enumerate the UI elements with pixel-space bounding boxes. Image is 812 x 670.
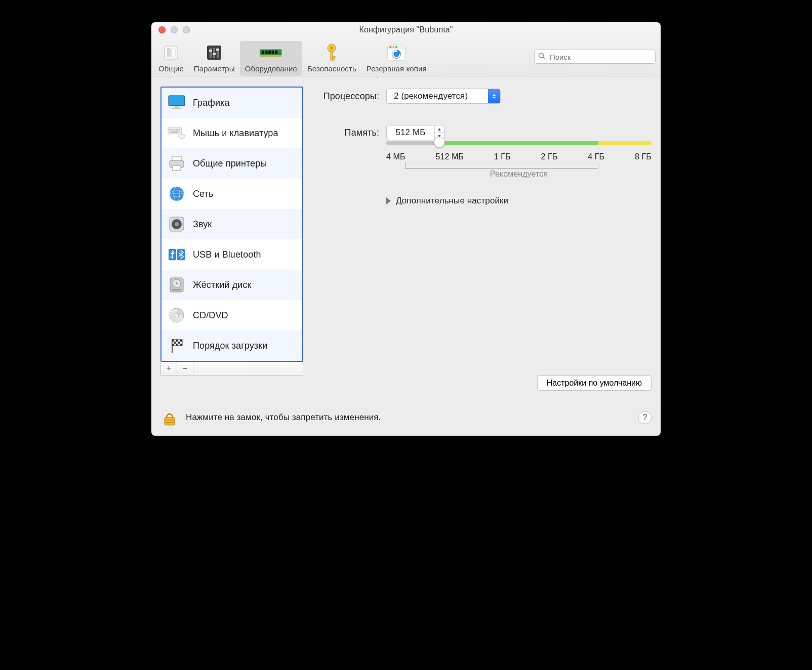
svg-rect-7: [209, 50, 212, 52]
titlebar: Конфигурация "Bubunta" Общие Параметры: [151, 22, 661, 76]
svg-rect-41: [172, 156, 181, 160]
cpu-select[interactable]: 2 (рекомендуется): [386, 89, 501, 104]
key-icon: [320, 43, 343, 62]
svg-rect-36: [174, 129, 176, 131]
sidebar-item-label: USB и Bluetooth: [193, 249, 261, 260]
svg-rect-35: [172, 129, 173, 131]
maximize-window-button[interactable]: [183, 26, 190, 33]
slider-thumb[interactable]: [434, 137, 445, 148]
svg-rect-11: [262, 51, 264, 54]
unlocked-padlock-icon[interactable]: [160, 408, 179, 427]
svg-rect-0: [165, 46, 178, 59]
sidebar-item-mouse-keyboard[interactable]: Мышь и клавиатура: [161, 118, 302, 148]
svg-rect-1: [167, 48, 171, 57]
tick-label: 512 МБ: [435, 152, 464, 161]
svg-rect-61: [176, 340, 178, 342]
sliders-icon: [202, 43, 226, 62]
usb-bluetooth-icon: [168, 245, 186, 264]
minimize-window-button[interactable]: [171, 26, 178, 33]
tab-label: Безопасность: [307, 64, 356, 73]
window-title: Конфигурация "Bubunta": [151, 22, 661, 37]
tab-label: Оборудование: [245, 64, 297, 73]
flag-icon: [168, 337, 186, 355]
svg-point-55: [176, 282, 178, 284]
svg-point-40: [179, 134, 185, 139]
add-device-button[interactable]: +: [161, 362, 177, 375]
sidebar-item-usb-bluetooth[interactable]: USB и Bluetooth: [161, 239, 302, 270]
tick-label: 4 ГБ: [588, 152, 604, 161]
memory-value: 512 МБ: [387, 128, 434, 138]
sidebar-item-cddvd[interactable]: CD/DVD: [161, 300, 302, 330]
svg-point-26: [395, 46, 397, 48]
svg-rect-13: [268, 51, 271, 54]
memory-slider[interactable]: [386, 141, 652, 145]
sidebar-item-label: Жёсткий диск: [193, 280, 252, 290]
svg-rect-62: [180, 340, 182, 342]
window-controls: [151, 26, 190, 33]
stepper-up[interactable]: ▲: [435, 125, 444, 133]
svg-line-29: [543, 57, 545, 59]
remove-device-button[interactable]: −: [177, 362, 193, 375]
mouse-keyboard-icon: [168, 124, 186, 142]
tick-label: 8 ГБ: [635, 152, 652, 161]
svg-rect-65: [172, 344, 174, 346]
svg-rect-68: [165, 417, 175, 425]
svg-rect-60: [172, 340, 174, 342]
cpu-label: Процессоры:: [315, 91, 386, 102]
search-icon: [538, 53, 545, 61]
tab-security[interactable]: Безопасность: [302, 41, 361, 76]
tab-params[interactable]: Параметры: [189, 41, 240, 76]
recommended-label: Рекомендуется: [386, 170, 652, 179]
help-button[interactable]: ?: [638, 411, 652, 424]
svg-rect-31: [175, 106, 179, 108]
toolbar: Общие Параметры Оборудование: [151, 37, 661, 76]
svg-rect-66: [176, 344, 178, 346]
svg-rect-30: [169, 96, 185, 106]
globe-icon: [168, 185, 186, 203]
tab-label: Общие: [158, 64, 184, 73]
sidebar-item-hard-disk[interactable]: Жёсткий диск: [161, 270, 302, 300]
chevron-updown-icon: [488, 89, 500, 103]
svg-rect-8: [213, 53, 216, 55]
defaults-button[interactable]: Настройки по умолчанию: [537, 375, 652, 391]
memory-label: Память:: [315, 128, 386, 138]
tab-label: Параметры: [194, 64, 235, 73]
svg-rect-15: [275, 51, 278, 54]
svg-rect-2: [172, 48, 175, 57]
svg-rect-14: [272, 51, 274, 54]
svg-rect-21: [333, 59, 335, 60]
svg-rect-19: [331, 51, 333, 60]
svg-rect-67: [180, 344, 182, 346]
svg-rect-34: [170, 129, 171, 131]
svg-rect-32: [172, 108, 182, 109]
tab-backup[interactable]: Резервная копия: [361, 41, 432, 76]
sidebar-item-network[interactable]: Сеть: [161, 179, 302, 209]
hdd-icon: [168, 276, 186, 294]
svg-rect-63: [174, 342, 176, 344]
sidebar-item-printers[interactable]: Общие принтеры: [161, 148, 302, 179]
tab-label: Резервная копия: [367, 64, 427, 73]
sidebar-item-boot-order[interactable]: Порядок загрузки: [161, 330, 302, 361]
sidebar-item-graphics[interactable]: Графика: [161, 88, 302, 118]
close-window-button[interactable]: [158, 26, 166, 33]
cpu-select-value: 2 (рекомендуется): [387, 91, 488, 101]
sidebar-item-label: Порядок загрузки: [193, 341, 267, 351]
restore-icon: [385, 43, 408, 62]
advanced-settings-disclosure[interactable]: Дополнительные настройки: [386, 196, 652, 206]
printer-icon: [168, 154, 186, 173]
sidebar-item-sound[interactable]: Звук: [161, 209, 302, 239]
svg-rect-5: [213, 48, 215, 58]
search-input[interactable]: [534, 50, 656, 64]
sidebar-item-label: Сеть: [193, 189, 213, 199]
disclosure-triangle-icon: [386, 197, 391, 204]
svg-rect-4: [210, 48, 212, 58]
display-icon: [168, 94, 186, 112]
sidebar-item-label: Мышь и клавиатура: [193, 128, 278, 139]
tab-general[interactable]: Общие: [153, 41, 189, 76]
search-field-wrap: [534, 50, 656, 64]
slider-ticks: 4 МБ 512 МБ 1 ГБ 2 ГБ 4 ГБ 8 ГБ: [386, 152, 652, 161]
tab-hardware[interactable]: Оборудование: [240, 41, 302, 76]
svg-point-18: [330, 47, 333, 50]
svg-rect-56: [172, 289, 181, 290]
tick-label: 1 ГБ: [494, 152, 511, 161]
